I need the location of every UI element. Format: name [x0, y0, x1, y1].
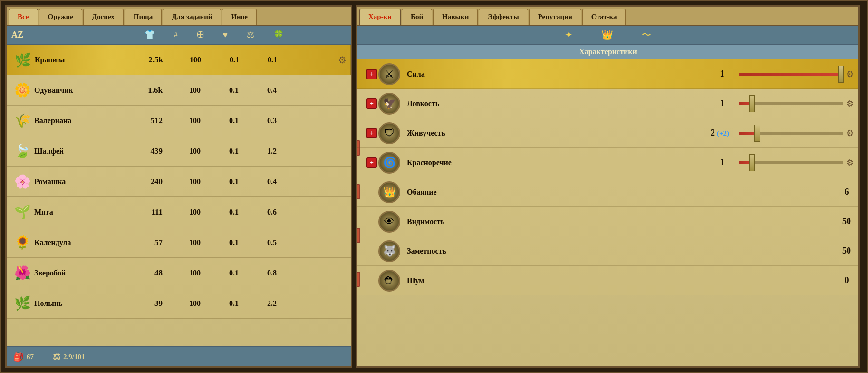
item-icon: 🌿 — [11, 48, 35, 72]
stat-sword-icon: ⚙ — [846, 157, 854, 168]
item-v3: 0.5 — [253, 238, 277, 247]
item-row[interactable]: 🍃 Шалфей 439 100 0.1 1.2 — [7, 136, 351, 167]
stat-icon-ring: + 🦅 — [378, 93, 400, 115]
stat-value: 0 — [839, 275, 854, 285]
stat-row[interactable]: + 🦅 Ловкость 1 ⚙ — [357, 89, 858, 118]
stat-name: Видимость — [407, 217, 492, 226]
item-row[interactable]: 🌱 Мята 111 100 0.1 0.6 — [7, 197, 351, 227]
item-row[interactable]: 🌾 Валериана 512 100 0.1 0.3 — [7, 106, 351, 136]
item-values: 512 100 0.1 0.3 — [134, 116, 277, 126]
item-end-icon: ⚙ — [338, 54, 347, 66]
right-panel: Хар-ки Бой Навыки Эффекты Репутация Стат… — [356, 5, 860, 368]
stat-icon: 🦅 — [383, 98, 396, 110]
stat-icon-ring: + ⚔ — [378, 63, 400, 85]
stat-bar — [739, 99, 843, 108]
col-icon-heart: ♥ — [223, 30, 228, 40]
stat-row[interactable]: 👑 Обаяние 6 — [357, 177, 858, 207]
stat-row[interactable]: 🐺 Заметность 50 — [357, 236, 858, 266]
tab-all[interactable]: Все — [9, 9, 38, 25]
item-v2: 0.1 — [215, 86, 239, 95]
item-row[interactable]: 🌿 Крапива 2.5k 100 0.1 0.1 ⚙ — [7, 45, 351, 75]
stat-name: Заметность — [407, 247, 492, 255]
stat-value: 1 — [715, 157, 729, 167]
slot-icon: 🎒 — [13, 352, 24, 362]
item-name: Календула — [34, 238, 120, 247]
item-v3: 0.4 — [253, 177, 277, 186]
item-row[interactable]: 🌺 Зверобой 48 100 0.1 0.8 — [7, 258, 351, 288]
col-sort-name[interactable]: AZ — [11, 30, 106, 40]
stat-row[interactable]: + ⚔ Сила 1 ⚙ — [357, 59, 858, 89]
item-v3: 2.2 — [253, 299, 277, 308]
item-v3: 0.1 — [253, 56, 277, 64]
tab-reputation[interactable]: Репутация — [529, 9, 581, 25]
item-values: 111 100 0.1 0.6 — [134, 207, 277, 217]
stat-name: Шум — [407, 276, 492, 285]
stat-plus-btn[interactable]: + — [366, 157, 377, 168]
stat-row[interactable]: ⛑ Шум 0 — [357, 266, 858, 295]
item-name: Одуванчик — [34, 86, 120, 95]
tab-food[interactable]: Пища — [125, 9, 162, 25]
item-v3: 1.2 — [253, 147, 277, 156]
left-tabs: Все Оружие Доспех Пища Для заданий Иное — [7, 7, 351, 26]
stat-bonus: (+2) — [717, 129, 729, 137]
item-v2: 0.1 — [215, 177, 239, 186]
col-icon-scale: ⚖ — [247, 29, 254, 40]
stat-icon-ring: ⛑ — [378, 270, 400, 292]
stat-plus-btn[interactable]: + — [366, 128, 377, 138]
right-tabs: Хар-ки Бой Навыки Эффекты Репутация Стат… — [357, 7, 858, 26]
item-values: 240 100 0.1 0.4 — [134, 177, 277, 186]
col-icon-leaf: 🍀 — [273, 29, 284, 40]
stat-bar — [739, 158, 843, 167]
item-v2: 0.1 — [215, 269, 239, 277]
stat-name: Обаяние — [407, 188, 492, 196]
item-v1: 100 — [177, 117, 201, 125]
stat-plus-btn[interactable]: + — [366, 98, 377, 109]
item-values: 1.6k 100 0.1 0.4 — [134, 86, 277, 95]
item-qty: 1.6k — [134, 86, 163, 95]
tab-misc[interactable]: Иное — [222, 9, 256, 25]
stat-sword-icon: ⚙ — [846, 128, 854, 138]
tab-armor[interactable]: Доспех — [83, 9, 124, 25]
stat-row[interactable]: + 🌀 Красноречие 1 ⚙ — [357, 148, 858, 177]
stat-plus-btn[interactable]: + — [366, 69, 377, 79]
stat-icon: 👑 — [383, 186, 396, 198]
stat-value: 1 — [715, 69, 729, 79]
tab-stats[interactable]: Хар-ки — [359, 9, 401, 25]
item-v2: 0.1 — [215, 208, 239, 216]
stat-icon: ⚔ — [385, 68, 394, 80]
stat-row[interactable]: 👁 Видимость 50 — [357, 207, 858, 236]
stat-icon-ring: + 🌀 — [378, 152, 400, 174]
item-icon: 🌸 — [10, 170, 34, 194]
item-values: 57 100 0.1 0.5 — [134, 238, 277, 247]
item-qty: 512 — [134, 116, 163, 126]
item-v2: 0.1 — [215, 117, 239, 125]
col-icon-hash: # — [174, 31, 178, 39]
tab-statka[interactable]: Стат-ка — [582, 9, 626, 25]
item-icon: 🌺 — [10, 261, 34, 285]
stat-bar-marker — [749, 95, 755, 112]
item-v2: 0.1 — [215, 299, 239, 308]
item-row[interactable]: 🌻 Календула 57 100 0.1 0.5 — [7, 227, 351, 258]
item-row[interactable]: 🌼 Одуванчик 1.6k 100 0.1 0.4 — [7, 75, 351, 106]
stat-value: 50 — [839, 246, 854, 256]
main-container: Все Оружие Доспех Пища Для заданий Иное … — [0, 0, 868, 373]
tab-effects[interactable]: Эффекты — [479, 9, 528, 25]
item-v1: 100 — [177, 208, 201, 216]
col-icons: 👕 # ✠ ♥ ⚖ 🍀 — [145, 29, 284, 40]
stat-value: 6 — [839, 187, 854, 197]
item-qty: 240 — [134, 177, 163, 186]
item-v1: 100 — [177, 177, 201, 186]
item-values: 439 100 0.1 1.2 — [134, 147, 277, 156]
right-icon-star: ✦ — [565, 29, 573, 40]
tab-skills[interactable]: Навыки — [433, 9, 478, 25]
stat-row[interactable]: + 🛡 Живучесть 2(+2) ⚙ — [357, 118, 858, 148]
stat-icon-ring: 👁 — [378, 211, 400, 233]
tab-weapons[interactable]: Оружие — [39, 9, 82, 25]
item-values: 2.5k 100 0.1 0.1 — [135, 55, 277, 65]
item-row[interactable]: 🌸 Ромашка 240 100 0.1 0.4 — [7, 167, 351, 197]
item-v3: 0.3 — [253, 117, 277, 125]
tab-combat[interactable]: Бой — [402, 9, 432, 25]
item-qty: 57 — [134, 238, 163, 247]
tab-quests[interactable]: Для заданий — [163, 9, 221, 25]
item-row[interactable]: 🌿 Полынь 39 100 0.1 2.2 — [7, 288, 351, 319]
